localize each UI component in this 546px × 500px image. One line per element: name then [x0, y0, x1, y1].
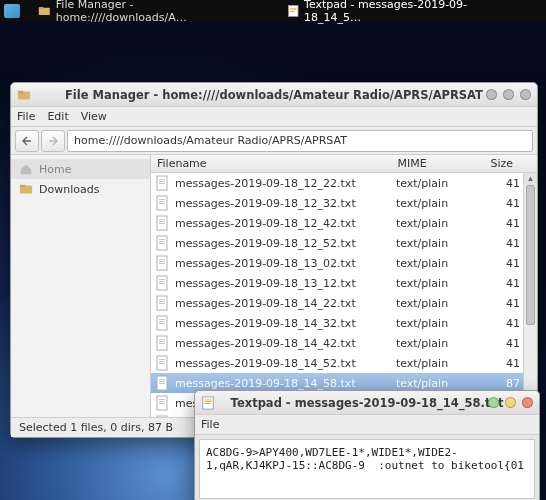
svg-rect-15: [159, 199, 165, 200]
file-row[interactable]: messages-2019-09-18_14_42.txttext/plain4…: [151, 333, 537, 353]
text-file-icon: [154, 295, 170, 311]
svg-rect-43: [159, 339, 165, 340]
taskbar-item-filemanager[interactable]: File Manager - home:////downloads/A…: [38, 0, 246, 24]
file-name: messages-2019-09-18_14_52.txt: [175, 357, 367, 370]
text-file-icon: [154, 215, 170, 231]
window-title: File Manager - home:////downloads/Amateu…: [65, 88, 483, 102]
sidebar-item-label: Downloads: [39, 183, 99, 196]
file-mime: text/plain: [367, 197, 477, 210]
file-name: messages-2019-09-18_14_42.txt: [175, 337, 367, 350]
svg-rect-49: [159, 363, 165, 364]
svg-rect-33: [159, 283, 165, 284]
taskbar-item-label: Textpad - messages-2019-09-18_14_5…: [304, 0, 502, 24]
col-size[interactable]: Size: [467, 157, 527, 170]
svg-rect-48: [159, 361, 165, 362]
taskbar-item-textpad[interactable]: Textpad - messages-2019-09-18_14_5…: [287, 0, 503, 24]
column-headers: Filename MIME Size: [151, 155, 537, 173]
svg-rect-55: [159, 399, 165, 400]
textpad-content[interactable]: AC8DG-9>APY400,WD7LEE-1*,WIDE1*,WIDE2-1,…: [199, 439, 535, 499]
nav-back-button[interactable]: [15, 130, 39, 152]
file-list[interactable]: messages-2019-09-18_12_22.txttext/plain4…: [151, 173, 537, 417]
text-file-icon: [154, 255, 170, 271]
sidebar-home-label: Home: [39, 163, 71, 176]
text-file-icon: [154, 415, 170, 417]
menu-file[interactable]: File: [201, 418, 219, 431]
address-bar[interactable]: home:////downloads/Amateur Radio/APRS/AP…: [67, 130, 533, 152]
filemanager-window: File Manager - home:////downloads/Amateu…: [10, 82, 538, 438]
svg-rect-9: [20, 185, 25, 188]
file-name: messages-2019-09-18_14_22.txt: [175, 297, 367, 310]
file-mime: text/plain: [367, 277, 477, 290]
file-mime: text/plain: [367, 237, 477, 250]
nav-forward-button[interactable]: [41, 130, 65, 152]
svg-rect-52: [159, 381, 165, 382]
vertical-scrollbar[interactable]: ▴ ▾: [523, 173, 537, 417]
file-name: messages-2019-09-18_14_58.txt: [175, 377, 367, 390]
svg-rect-7: [18, 90, 23, 93]
file-row[interactable]: messages-2019-09-18_13_12.txttext/plain4…: [151, 273, 537, 293]
svg-rect-17: [159, 203, 165, 204]
textpad-titlebar[interactable]: Textpad - messages-2019-09-18_14_58.txt: [195, 391, 539, 415]
file-mime: text/plain: [367, 337, 477, 350]
col-filename[interactable]: Filename: [151, 157, 357, 170]
textpad-window: Textpad - messages-2019-09-18_14_58.txt …: [194, 390, 540, 500]
svg-rect-1: [39, 7, 44, 9]
svg-rect-51: [159, 379, 165, 380]
svg-rect-41: [159, 323, 165, 324]
file-name: messages-2019-09-18_13_12.txt: [175, 277, 367, 290]
svg-rect-23: [159, 239, 165, 240]
file-name: messages-2019-09-18_12_52.txt: [175, 237, 367, 250]
close-button[interactable]: [520, 89, 531, 100]
file-name: messages-2019-09-18_12_22.txt: [175, 177, 367, 190]
scroll-up-button[interactable]: ▴: [524, 173, 537, 185]
text-file-icon: [154, 335, 170, 351]
textpad-menubar: File: [195, 415, 539, 435]
sidebar: Home Downloads: [11, 155, 151, 417]
file-row[interactable]: messages-2019-09-18_14_52.txttext/plain4…: [151, 353, 537, 373]
arrow-left-icon: [21, 136, 33, 146]
file-row[interactable]: messages-2019-09-18_14_32.txttext/plain4…: [151, 313, 537, 333]
svg-rect-57: [159, 403, 165, 404]
filemanager-titlebar[interactable]: File Manager - home:////downloads/Amateu…: [11, 83, 537, 107]
file-row[interactable]: messages-2019-09-18_12_52.txttext/plain4…: [151, 233, 537, 253]
text-file-icon: [154, 395, 170, 411]
menu-edit[interactable]: Edit: [47, 110, 68, 123]
file-name: messages-2019-09-18_13_02.txt: [175, 257, 367, 270]
file-mime: text/plain: [367, 377, 477, 390]
svg-rect-11: [159, 179, 165, 180]
folder-icon: [17, 88, 31, 102]
folder-icon: [19, 182, 33, 196]
text-file-icon: [154, 275, 170, 291]
maximize-button[interactable]: [503, 89, 514, 100]
text-file-icon: [154, 355, 170, 371]
file-name: messages-2019-09-18_12_42.txt: [175, 217, 367, 230]
menu-view[interactable]: View: [81, 110, 107, 123]
svg-rect-63: [205, 399, 212, 400]
close-button[interactable]: [522, 397, 533, 408]
svg-rect-24: [159, 241, 165, 242]
col-mime[interactable]: MIME: [357, 157, 467, 170]
home-icon: [19, 162, 33, 176]
file-row[interactable]: messages-2019-09-18_12_42.txttext/plain4…: [151, 213, 537, 233]
svg-rect-56: [159, 401, 165, 402]
scroll-thumb[interactable]: [526, 185, 535, 325]
svg-rect-32: [159, 281, 165, 282]
file-row[interactable]: messages-2019-09-18_12_22.txttext/plain4…: [151, 173, 537, 193]
minimize-button[interactable]: [486, 89, 497, 100]
svg-rect-44: [159, 341, 165, 342]
filemanager-menubar: File Edit View: [11, 107, 537, 127]
minimize-button[interactable]: [488, 397, 499, 408]
file-row[interactable]: messages-2019-09-18_12_32.txttext/plain4…: [151, 193, 537, 213]
file-row[interactable]: messages-2019-09-18_14_22.txttext/plain4…: [151, 293, 537, 313]
svg-rect-53: [159, 383, 165, 384]
start-button[interactable]: [4, 4, 20, 18]
maximize-button[interactable]: [505, 397, 516, 408]
svg-rect-35: [159, 299, 165, 300]
file-pane: Filename MIME Size messages-2019-09-18_1…: [151, 155, 537, 417]
sidebar-item-downloads[interactable]: Downloads: [11, 179, 150, 199]
sidebar-home[interactable]: Home: [11, 159, 150, 179]
file-row[interactable]: messages-2019-09-18_13_02.txttext/plain4…: [151, 253, 537, 273]
svg-rect-40: [159, 321, 165, 322]
file-mime: text/plain: [367, 357, 477, 370]
menu-file[interactable]: File: [17, 110, 35, 123]
